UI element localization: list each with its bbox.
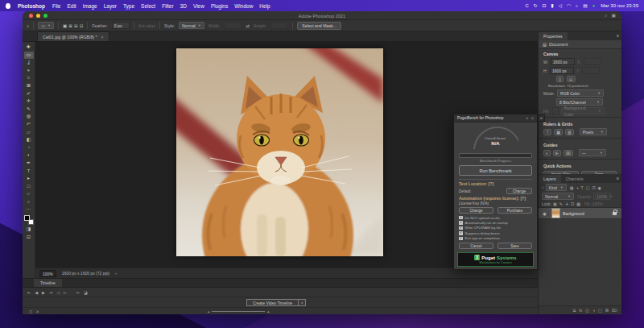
battery-icon[interactable]: ▮	[551, 3, 553, 8]
spotlight-search-icon[interactable]: ⌕	[576, 3, 578, 9]
mute-icon[interactable]: ◁	[56, 290, 60, 295]
save-button[interactable]: Save	[497, 243, 532, 249]
go-first-frame-icon[interactable]: ⇤	[27, 290, 31, 295]
run-benchmark-button[interactable]: Run Benchmark	[459, 165, 532, 176]
cancel-button[interactable]: Cancel	[459, 243, 493, 249]
filter-toggle-icon[interactable]: ◉	[598, 185, 601, 190]
screen-mirroring-icon[interactable]: ⊡	[542, 3, 546, 8]
menu-item-view[interactable]: View	[193, 3, 204, 9]
color-swatches[interactable]	[24, 215, 34, 225]
fill-color-select[interactable]: Background Color▼	[561, 107, 605, 114]
guide-lock-icon[interactable]: ⊪	[553, 150, 561, 156]
history-brush-tool[interactable]: ↶	[24, 121, 34, 129]
sync-icon[interactable]: ↻	[534, 3, 538, 8]
change-license-button[interactable]: Change	[459, 207, 493, 214]
volume-icon[interactable]: ◁	[559, 3, 562, 8]
new-selection-icon[interactable]: ▣	[63, 23, 67, 28]
eraser-tool[interactable]: ▱	[24, 129, 34, 137]
clone-stamp-tool[interactable]: ◍	[24, 113, 34, 121]
canvas-height-input[interactable]: 1600 px	[550, 67, 574, 74]
menu-item-plugins[interactable]: Plugins	[211, 3, 228, 9]
layer-mask-icon[interactable]: ◱	[585, 308, 589, 313]
select-and-mask-button[interactable]: Select and Mask...	[297, 22, 341, 30]
layer-lock-icon[interactable]	[613, 212, 617, 215]
type-filter-icon[interactable]: T	[581, 185, 584, 190]
timeline-zoom-in-icon[interactable]: ▴	[267, 309, 269, 313]
portrait-orientation-icon[interactable]: ▯	[556, 76, 564, 82]
pugetbench-collapse-icon[interactable]: «	[526, 116, 529, 120]
properties-menu-icon[interactable]: ≡	[617, 33, 619, 38]
document-tab[interactable]: Cat01.jpg @ 100% (RGB/8) * ×	[37, 31, 109, 41]
lasso-tool[interactable]: ʆ	[24, 59, 34, 67]
change-location-button[interactable]: Change	[506, 188, 532, 194]
adjustment-filter-icon[interactable]: ◑	[576, 185, 579, 190]
plugin-panel-dock-icon[interactable]: «	[538, 114, 545, 122]
menu-item-file[interactable]: File	[52, 3, 60, 9]
layers-menu-icon[interactable]: ≡	[617, 176, 619, 181]
blur-tool[interactable]: ◔	[24, 144, 34, 152]
opacity-select[interactable]: 100%▼	[593, 193, 611, 200]
timeline-zoom-out-icon[interactable]: ▴	[208, 309, 209, 313]
swap-dimensions-icon[interactable]: ⇄	[246, 23, 249, 28]
menu-item-image[interactable]: Image	[83, 3, 97, 9]
units-select[interactable]: Pixels▼	[580, 128, 607, 135]
purchase-license-button[interactable]: Purchase	[497, 207, 532, 214]
menu-item-window[interactable]: Window	[234, 3, 253, 9]
home-icon[interactable]: ⌂	[27, 23, 29, 28]
split-clip-icon[interactable]: ✂	[76, 290, 80, 295]
menu-item-filter[interactable]: Filter	[162, 3, 173, 9]
eyedropper-tool[interactable]: ✐	[24, 90, 34, 98]
width-input[interactable]	[224, 22, 242, 29]
edit-toolbar-icon[interactable]: ⋯	[24, 206, 34, 214]
tab-timeline[interactable]: Timeline	[34, 279, 62, 287]
tab-layers[interactable]: Layers	[539, 175, 561, 183]
lock-artboard-icon[interactable]: ⊡	[571, 201, 574, 206]
search-icon[interactable]: ⌕	[605, 13, 607, 19]
lock-transparent-icon[interactable]: ▦	[553, 201, 557, 206]
new-layer-icon[interactable]: ⊞	[605, 308, 609, 313]
workspace-switcher-icon[interactable]: ▣	[612, 13, 616, 19]
menu-item-edit[interactable]: Edit	[67, 3, 76, 9]
grid-icon[interactable]: ▦	[554, 129, 563, 135]
guide-layout-icon[interactable]: ⊦	[543, 150, 551, 156]
subtract-from-selection-icon[interactable]: ⊟	[74, 23, 78, 28]
create-video-timeline-button[interactable]: Create Video Timeline	[246, 299, 299, 306]
delete-layer-icon[interactable]: ⌦	[612, 308, 617, 313]
menu-app-name[interactable]: Photoshop	[18, 3, 45, 9]
menu-item-layer[interactable]: Layer	[104, 3, 117, 9]
landscape-orientation-icon[interactable]: ▭	[567, 76, 576, 82]
next-frame-icon[interactable]: ⇥	[49, 290, 52, 295]
timeline-frames-icon[interactable]: ◫	[29, 309, 32, 313]
menu-clock[interactable]: Mar 30 nov 23:39	[601, 3, 638, 8]
screen-recording-icon[interactable]: ●	[592, 3, 596, 8]
spot-healing-brush-tool[interactable]: ✛	[24, 98, 34, 106]
tool-preset-dropdown[interactable]: ▭▼	[38, 22, 54, 29]
layer-style-icon[interactable]: fx	[579, 308, 582, 313]
menu-item-3d[interactable]: 3D	[180, 3, 187, 9]
guide-clear-icon[interactable]: ⌧	[564, 150, 573, 156]
menu-item-select[interactable]: Select	[141, 3, 155, 9]
layer-thumbnail[interactable]	[551, 208, 560, 218]
path-selection-tool[interactable]: ▸	[24, 175, 34, 183]
control-center-icon[interactable]: ▤	[583, 3, 587, 8]
canvas-y-input[interactable]	[582, 67, 600, 74]
transition-icon[interactable]: ◪	[84, 290, 88, 295]
timeline-zoom-slider[interactable]: ▴ ▴	[208, 309, 270, 313]
zoom-level-input[interactable]: 100%	[39, 270, 56, 277]
link-layers-icon[interactable]: ⧉	[573, 308, 576, 313]
anti-alias-checkbox[interactable]: Anti-alias	[138, 23, 155, 28]
move-tool[interactable]: ✚	[24, 44, 34, 52]
layer-visibility-icon[interactable]: ◉	[541, 211, 549, 216]
pb-checkbox-exit-app-on-completion[interactable]: Exit app on completion	[459, 236, 532, 241]
feather-input[interactable]: 0 px	[112, 22, 130, 29]
play-icon[interactable]: ▶	[42, 290, 45, 295]
foreground-color-swatch[interactable]	[24, 215, 30, 221]
status-chevron-icon[interactable]: ›	[115, 271, 117, 276]
canvas-x-input[interactable]	[584, 58, 601, 65]
layer-row-background[interactable]: ◉ Background	[539, 207, 621, 219]
layer-filter-select[interactable]: Kind▼	[546, 184, 567, 191]
pixel-filter-icon[interactable]: ▦	[570, 185, 574, 190]
style-select[interactable]: Normal▼	[179, 22, 204, 29]
screen-mode-icon[interactable]: ⊡	[24, 234, 34, 242]
blend-mode-select[interactable]: Normal▼	[542, 193, 574, 200]
